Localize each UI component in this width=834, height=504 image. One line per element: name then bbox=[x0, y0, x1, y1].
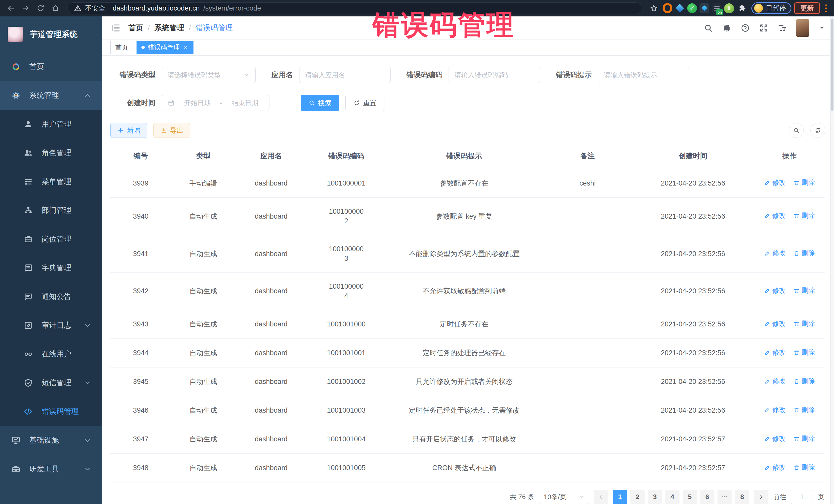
page-button-5[interactable]: 5 bbox=[683, 490, 697, 504]
export-button[interactable]: 导出 bbox=[153, 123, 191, 138]
edit-link[interactable]: 修改 bbox=[764, 406, 786, 414]
delete-link[interactable]: 删除 bbox=[793, 406, 815, 414]
page-button-8[interactable]: 8 bbox=[735, 490, 749, 504]
delete-link[interactable]: 删除 bbox=[793, 434, 815, 443]
edit-link[interactable]: 修改 bbox=[764, 286, 786, 295]
close-icon[interactable] bbox=[183, 45, 189, 50]
sidebar-subitem[interactable]: 审计日志 bbox=[0, 311, 102, 340]
error-type-select[interactable]: 请选择错误码类型 bbox=[162, 67, 256, 83]
edit-link[interactable]: 修改 bbox=[764, 319, 786, 328]
sidebar-subitem[interactable]: 岗位管理 bbox=[0, 225, 102, 254]
delete-link[interactable]: 删除 bbox=[793, 377, 815, 386]
sidebar-subitem[interactable]: 角色管理 bbox=[0, 138, 102, 167]
sidebar-subitem[interactable]: 错误码管理 bbox=[0, 397, 102, 426]
prev-page-button[interactable] bbox=[594, 490, 608, 504]
more-pages-button[interactable] bbox=[718, 490, 732, 504]
table-row[interactable]: 3945自动生成dashboard1001001002只允许修改为开启或者关闭状… bbox=[110, 368, 825, 396]
delete-link[interactable]: 删除 bbox=[793, 463, 815, 472]
sidebar-item-home[interactable]: 首页 bbox=[0, 52, 102, 81]
table-row[interactable]: 3943自动生成dashboard1001001000定时任务不存在2021-0… bbox=[110, 310, 825, 339]
update-button[interactable]: 更新 bbox=[794, 2, 820, 14]
show-search-button[interactable] bbox=[789, 123, 804, 138]
page-button-3[interactable]: 3 bbox=[648, 490, 662, 504]
error-code-input[interactable] bbox=[448, 67, 540, 83]
font-size-icon[interactable] bbox=[777, 23, 787, 32]
chevron-down-icon[interactable] bbox=[819, 25, 825, 31]
page-button-1[interactable]: 1 bbox=[613, 490, 627, 504]
scrollbar[interactable] bbox=[830, 17, 834, 504]
sidebar-item-devtools[interactable]: 研发工具 bbox=[0, 455, 102, 483]
sidebar-subitem[interactable]: 在线用户 bbox=[0, 340, 102, 369]
next-page-button[interactable] bbox=[754, 490, 768, 504]
edit-link[interactable]: 修改 bbox=[764, 348, 786, 357]
app-logo[interactable]: 芋道管理系统 bbox=[0, 17, 102, 52]
delete-link[interactable]: 删除 bbox=[793, 178, 815, 187]
tab-active[interactable]: 错误码管理 bbox=[136, 41, 194, 54]
edit-link[interactable]: 修改 bbox=[764, 178, 786, 187]
edit-link[interactable]: 修改 bbox=[764, 377, 786, 386]
table-row[interactable]: 3944自动生成dashboard1001001001定时任务的处理器已经存在2… bbox=[110, 339, 825, 368]
bookmark-star-icon[interactable] bbox=[648, 3, 660, 13]
table-row[interactable]: 3941自动生成dashboard1001000003不能删除类型为系统内置的参… bbox=[110, 235, 825, 272]
scrollbar-thumb[interactable] bbox=[831, 19, 833, 111]
profile-paused-badge[interactable]: 已暂停 bbox=[751, 2, 791, 14]
table-row[interactable]: 3947自动生成dashboard1001001004只有开启状态的任务，才可以… bbox=[110, 425, 825, 454]
edit-link[interactable]: 修改 bbox=[764, 434, 786, 443]
tab-tag[interactable]: 首页 bbox=[110, 41, 133, 54]
edit-link[interactable]: 修改 bbox=[764, 211, 786, 220]
user-avatar[interactable] bbox=[796, 19, 809, 37]
sidebar-subitem[interactable]: 用户管理 bbox=[0, 110, 102, 138]
delete-link[interactable]: 删除 bbox=[793, 249, 815, 258]
page-size-select[interactable]: 10条/页 bbox=[539, 490, 589, 504]
delete-link[interactable]: 删除 bbox=[793, 348, 815, 357]
table-row[interactable]: 3940自动生成dashboard1001000002参数配置 key 重复20… bbox=[110, 198, 825, 235]
browser-home-icon[interactable] bbox=[49, 3, 62, 13]
sidebar-item-infrastructure[interactable]: 基础设施 bbox=[0, 426, 102, 455]
sidebar-subitem[interactable]: 字典管理 bbox=[0, 254, 102, 282]
extension-icon[interactable] bbox=[724, 3, 734, 13]
breadcrumb-item[interactable]: 系统管理 bbox=[154, 23, 184, 33]
sidebar-subitem[interactable]: 短信管理 bbox=[0, 369, 102, 397]
refresh-table-button[interactable] bbox=[810, 123, 825, 138]
page-button-6[interactable]: 6 bbox=[700, 490, 715, 504]
app-name-input[interactable] bbox=[299, 67, 391, 83]
table-row[interactable]: 3948自动生成dashboard1001001005CRON 表达式不正确20… bbox=[110, 454, 825, 482]
sidebar-subitem[interactable]: 部门管理 bbox=[0, 196, 102, 225]
table-row[interactable]: 3939手动编辑dashboard1001000001参数配置不存在ceshi2… bbox=[110, 169, 825, 198]
sidebar-subitem[interactable]: 菜单管理 bbox=[0, 167, 102, 196]
page-button-2[interactable]: 2 bbox=[630, 490, 644, 504]
breadcrumb-item[interactable]: 首页 bbox=[128, 23, 143, 33]
extension-icon[interactable] bbox=[687, 3, 697, 13]
sidebar-subitem[interactable]: 通知公告 bbox=[0, 282, 102, 311]
extension-icon[interactable] bbox=[675, 3, 685, 13]
extension-icon[interactable] bbox=[663, 3, 672, 13]
page-jump-input[interactable] bbox=[791, 490, 813, 504]
help-icon[interactable] bbox=[741, 23, 750, 32]
github-icon[interactable] bbox=[722, 23, 731, 32]
delete-link[interactable]: 删除 bbox=[793, 211, 815, 220]
search-icon[interactable] bbox=[704, 23, 713, 32]
error-hint-input[interactable] bbox=[598, 67, 689, 83]
browser-menu-icon[interactable] bbox=[823, 4, 829, 12]
sidebar-toggle-icon[interactable] bbox=[110, 23, 120, 33]
page-button-4[interactable]: 4 bbox=[665, 490, 680, 504]
edit-link[interactable]: 修改 bbox=[764, 249, 786, 258]
fullscreen-icon[interactable] bbox=[759, 23, 768, 32]
extension-icon[interactable] bbox=[700, 3, 709, 13]
edit-link[interactable]: 修改 bbox=[764, 463, 786, 472]
table-row[interactable]: 3946自动生成dashboard1001001003定时任务已经处于该状态，无… bbox=[110, 396, 825, 425]
date-range-picker[interactable]: 开始日期 - 结束日期 bbox=[162, 95, 269, 111]
browser-reload-icon[interactable] bbox=[35, 3, 47, 13]
sidebar-item-system[interactable]: 系统管理 bbox=[0, 81, 102, 110]
extensions-puzzle-icon[interactable] bbox=[737, 3, 749, 13]
browser-forward-icon[interactable] bbox=[20, 3, 32, 13]
address-bar[interactable]: 不安全 dashboard.yudao.iocoder.cn/system/er… bbox=[67, 2, 642, 14]
search-button[interactable]: 搜索 bbox=[301, 95, 339, 111]
delete-link[interactable]: 删除 bbox=[793, 319, 815, 328]
reset-button[interactable]: 重置 bbox=[345, 95, 385, 111]
add-button[interactable]: 新增 bbox=[110, 123, 147, 138]
table-row[interactable]: 3942自动生成dashboard1001000004不允许获取敏感配置到前端2… bbox=[110, 272, 825, 310]
delete-link[interactable]: 删除 bbox=[793, 286, 815, 295]
extension-icon[interactable]: on bbox=[712, 3, 722, 13]
browser-back-icon[interactable] bbox=[5, 3, 17, 13]
